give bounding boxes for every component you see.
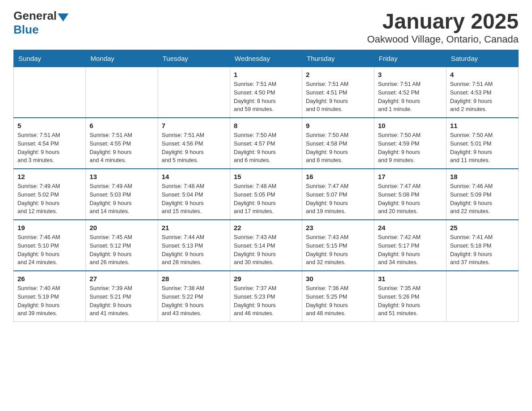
day-info: Sunrise: 7:51 AMSunset: 4:53 PMDaylight:… (450, 80, 515, 114)
table-row (14, 67, 86, 118)
table-row (446, 271, 519, 322)
day-info: Sunrise: 7:44 AMSunset: 5:13 PMDaylight:… (162, 233, 226, 267)
day-info: Sunrise: 7:46 AMSunset: 5:09 PMDaylight:… (450, 182, 515, 216)
day-number: 5 (17, 122, 82, 129)
day-info: Sunrise: 7:47 AMSunset: 5:07 PMDaylight:… (306, 182, 370, 216)
day-info: Sunrise: 7:43 AMSunset: 5:15 PMDaylight:… (306, 233, 370, 267)
calendar-table: Sunday Monday Tuesday Wednesday Thursday… (13, 50, 519, 322)
day-info: Sunrise: 7:37 AMSunset: 5:23 PMDaylight:… (234, 284, 298, 318)
day-info: Sunrise: 7:51 AMSunset: 4:55 PMDaylight:… (90, 131, 154, 165)
day-info: Sunrise: 7:51 AMSunset: 4:56 PMDaylight:… (162, 131, 226, 165)
day-info: Sunrise: 7:50 AMSunset: 5:01 PMDaylight:… (450, 131, 515, 165)
table-row: 9Sunrise: 7:50 AMSunset: 4:58 PMDaylight… (302, 118, 374, 169)
logo-content: General Blue (13, 9, 69, 37)
day-number: 12 (17, 173, 82, 180)
day-number: 8 (234, 122, 298, 129)
logo-triangle-icon (58, 13, 69, 21)
table-row: 14Sunrise: 7:48 AMSunset: 5:04 PMDayligh… (158, 169, 230, 220)
day-info: Sunrise: 7:51 AMSunset: 4:52 PMDaylight:… (378, 80, 442, 114)
table-row: 30Sunrise: 7:36 AMSunset: 5:25 PMDayligh… (302, 271, 374, 322)
day-number: 26 (17, 275, 82, 283)
day-number: 17 (378, 173, 442, 180)
table-row: 11Sunrise: 7:50 AMSunset: 5:01 PMDayligh… (446, 118, 519, 169)
logo-general: General (13, 9, 57, 22)
day-info: Sunrise: 7:48 AMSunset: 5:04 PMDaylight:… (162, 182, 226, 216)
day-number: 18 (450, 173, 515, 180)
day-info: Sunrise: 7:51 AMSunset: 4:50 PMDaylight:… (234, 80, 298, 114)
day-number: 15 (234, 173, 298, 180)
day-number: 30 (306, 275, 370, 283)
col-thursday: Thursday (302, 50, 374, 67)
calendar-week-row: 26Sunrise: 7:40 AMSunset: 5:19 PMDayligh… (14, 271, 519, 322)
day-info: Sunrise: 7:47 AMSunset: 5:08 PMDaylight:… (378, 182, 442, 216)
day-info: Sunrise: 7:36 AMSunset: 5:25 PMDaylight:… (306, 284, 370, 318)
day-number: 27 (90, 275, 154, 283)
day-info: Sunrise: 7:50 AMSunset: 4:59 PMDaylight:… (378, 131, 442, 165)
col-sunday: Sunday (14, 50, 86, 67)
col-saturday: Saturday (446, 50, 519, 67)
page-subtitle: Oakwood Village, Ontario, Canada (367, 34, 519, 45)
day-info: Sunrise: 7:42 AMSunset: 5:17 PMDaylight:… (378, 233, 442, 267)
day-number: 22 (234, 224, 298, 231)
day-number: 4 (450, 71, 515, 78)
table-row: 1Sunrise: 7:51 AMSunset: 4:50 PMDaylight… (230, 67, 302, 118)
day-number: 20 (90, 224, 154, 231)
day-number: 1 (234, 71, 298, 78)
table-row: 19Sunrise: 7:46 AMSunset: 5:10 PMDayligh… (14, 220, 86, 271)
table-row: 23Sunrise: 7:43 AMSunset: 5:15 PMDayligh… (302, 220, 374, 271)
day-number: 3 (378, 71, 442, 78)
table-row: 7Sunrise: 7:51 AMSunset: 4:56 PMDaylight… (158, 118, 230, 169)
day-info: Sunrise: 7:45 AMSunset: 5:12 PMDaylight:… (90, 233, 154, 267)
table-row: 21Sunrise: 7:44 AMSunset: 5:13 PMDayligh… (158, 220, 230, 271)
calendar-header-row: Sunday Monday Tuesday Wednesday Thursday… (14, 50, 519, 67)
day-number: 31 (378, 275, 442, 283)
table-row: 3Sunrise: 7:51 AMSunset: 4:52 PMDaylight… (374, 67, 446, 118)
day-number: 6 (90, 122, 154, 129)
calendar-week-row: 12Sunrise: 7:49 AMSunset: 5:02 PMDayligh… (14, 169, 519, 220)
table-row: 24Sunrise: 7:42 AMSunset: 5:17 PMDayligh… (374, 220, 446, 271)
page-header: General Blue January 2025 Oakwood Villag… (13, 9, 519, 45)
table-row: 4Sunrise: 7:51 AMSunset: 4:53 PMDaylight… (446, 67, 519, 118)
table-row: 29Sunrise: 7:37 AMSunset: 5:23 PMDayligh… (230, 271, 302, 322)
day-number: 14 (162, 173, 226, 180)
day-info: Sunrise: 7:46 AMSunset: 5:10 PMDaylight:… (17, 233, 82, 267)
day-number: 19 (17, 224, 82, 231)
day-number: 16 (306, 173, 370, 180)
day-number: 28 (162, 275, 226, 283)
col-friday: Friday (374, 50, 446, 67)
calendar-week-row: 5Sunrise: 7:51 AMSunset: 4:54 PMDaylight… (14, 118, 519, 169)
table-row: 13Sunrise: 7:49 AMSunset: 5:03 PMDayligh… (86, 169, 158, 220)
calendar-week-row: 1Sunrise: 7:51 AMSunset: 4:50 PMDaylight… (14, 67, 519, 118)
table-row (158, 67, 230, 118)
day-info: Sunrise: 7:49 AMSunset: 5:02 PMDaylight:… (17, 182, 82, 216)
day-number: 2 (306, 71, 370, 78)
day-info: Sunrise: 7:38 AMSunset: 5:22 PMDaylight:… (162, 284, 226, 318)
day-info: Sunrise: 7:49 AMSunset: 5:03 PMDaylight:… (90, 182, 154, 216)
table-row: 8Sunrise: 7:50 AMSunset: 4:57 PMDaylight… (230, 118, 302, 169)
table-row: 17Sunrise: 7:47 AMSunset: 5:08 PMDayligh… (374, 169, 446, 220)
day-number: 29 (234, 275, 298, 283)
table-row: 12Sunrise: 7:49 AMSunset: 5:02 PMDayligh… (14, 169, 86, 220)
col-monday: Monday (86, 50, 158, 67)
day-info: Sunrise: 7:41 AMSunset: 5:18 PMDaylight:… (450, 233, 515, 267)
day-number: 10 (378, 122, 442, 129)
table-row: 20Sunrise: 7:45 AMSunset: 5:12 PMDayligh… (86, 220, 158, 271)
day-number: 13 (90, 173, 154, 180)
day-info: Sunrise: 7:40 AMSunset: 5:19 PMDaylight:… (17, 284, 82, 318)
day-info: Sunrise: 7:50 AMSunset: 4:57 PMDaylight:… (234, 131, 298, 165)
table-row: 2Sunrise: 7:51 AMSunset: 4:51 PMDaylight… (302, 67, 374, 118)
logo-blue: Blue (13, 23, 39, 36)
table-row: 31Sunrise: 7:35 AMSunset: 5:26 PMDayligh… (374, 271, 446, 322)
day-number: 24 (378, 224, 442, 231)
day-number: 23 (306, 224, 370, 231)
table-row: 10Sunrise: 7:50 AMSunset: 4:59 PMDayligh… (374, 118, 446, 169)
day-number: 7 (162, 122, 226, 129)
day-number: 11 (450, 122, 515, 129)
logo: General Blue (13, 9, 69, 37)
table-row: 28Sunrise: 7:38 AMSunset: 5:22 PMDayligh… (158, 271, 230, 322)
day-info: Sunrise: 7:50 AMSunset: 4:58 PMDaylight:… (306, 131, 370, 165)
day-info: Sunrise: 7:39 AMSunset: 5:21 PMDaylight:… (90, 284, 154, 318)
col-tuesday: Tuesday (158, 50, 230, 67)
calendar-week-row: 19Sunrise: 7:46 AMSunset: 5:10 PMDayligh… (14, 220, 519, 271)
day-number: 9 (306, 122, 370, 129)
